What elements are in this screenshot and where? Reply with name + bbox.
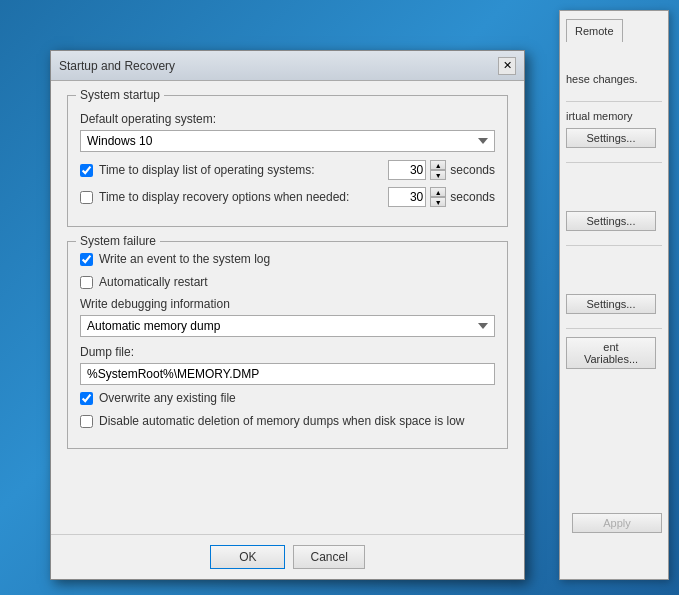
- dump-file-label: Dump file:: [80, 345, 495, 359]
- dialog-title: Startup and Recovery: [59, 59, 175, 73]
- recovery-options-row: Time to display recovery options when ne…: [80, 187, 495, 207]
- time-display-spin-buttons: ▲ ▼: [430, 160, 446, 180]
- system-failure-label: System failure: [76, 234, 160, 248]
- note-text: hese changes.: [566, 72, 662, 87]
- time-display-up-button[interactable]: ▲: [430, 160, 446, 170]
- time-display-label: Time to display list of operating system…: [99, 163, 315, 177]
- system-failure-group: System failure Write an event to the sys…: [67, 241, 508, 449]
- auto-restart-label: Automatically restart: [99, 275, 208, 291]
- time-display-seconds: seconds: [450, 163, 495, 177]
- write-debugging-label: Write debugging information: [80, 297, 495, 311]
- recovery-seconds: seconds: [450, 190, 495, 204]
- write-event-checkbox[interactable]: [80, 253, 93, 266]
- overwrite-row: Overwrite any existing file: [80, 391, 495, 407]
- disable-auto-delete-checkbox[interactable]: [80, 415, 93, 428]
- dump-file-input[interactable]: [80, 363, 495, 385]
- time-display-input[interactable]: [388, 160, 426, 180]
- default-os-label: Default operating system:: [80, 112, 495, 126]
- dialog-close-button[interactable]: ✕: [498, 57, 516, 75]
- system-properties-background: Remote hese changes. irtual memory Setti…: [559, 10, 669, 580]
- env-variables-button[interactable]: ent Variables...: [566, 337, 656, 369]
- recovery-options-label: Time to display recovery options when ne…: [99, 190, 349, 204]
- default-os-dropdown[interactable]: Windows 10: [80, 130, 495, 152]
- dialog-titlebar: Startup and Recovery ✕: [51, 51, 524, 81]
- recovery-spin-buttons: ▲ ▼: [430, 187, 446, 207]
- settings-button-1[interactable]: Settings...: [566, 128, 656, 148]
- time-display-down-button[interactable]: ▼: [430, 170, 446, 180]
- startup-and-recovery-dialog: Startup and Recovery ✕ System startup De…: [50, 50, 525, 580]
- ok-button[interactable]: OK: [210, 545, 285, 569]
- time-display-spinbox: ▲ ▼ seconds: [388, 160, 495, 180]
- system-startup-group: System startup Default operating system:…: [67, 95, 508, 227]
- write-event-row: Write an event to the system log: [80, 252, 495, 268]
- settings-button-3[interactable]: Settings...: [566, 294, 656, 314]
- recovery-up-button[interactable]: ▲: [430, 187, 446, 197]
- time-display-row: Time to display list of operating system…: [80, 160, 495, 180]
- remote-tab[interactable]: Remote: [566, 19, 623, 42]
- overwrite-label: Overwrite any existing file: [99, 391, 236, 407]
- auto-restart-checkbox[interactable]: [80, 276, 93, 289]
- overwrite-checkbox[interactable]: [80, 392, 93, 405]
- recovery-options-checkbox[interactable]: [80, 191, 93, 204]
- debugging-dropdown[interactable]: Automatic memory dump: [80, 315, 495, 337]
- disable-auto-delete-row: Disable automatic deletion of memory dum…: [80, 414, 495, 430]
- auto-restart-row: Automatically restart: [80, 275, 495, 291]
- recovery-down-button[interactable]: ▼: [430, 197, 446, 207]
- recovery-spinbox: ▲ ▼ seconds: [388, 187, 495, 207]
- disable-auto-delete-label: Disable automatic deletion of memory dum…: [99, 414, 465, 430]
- virtual-memory-label: irtual memory: [566, 110, 662, 122]
- dialog-body: System startup Default operating system:…: [51, 81, 524, 477]
- recovery-options-input[interactable]: [388, 187, 426, 207]
- system-startup-label: System startup: [76, 88, 164, 102]
- write-event-label: Write an event to the system log: [99, 252, 270, 268]
- apply-button[interactable]: Apply: [572, 513, 662, 533]
- time-display-checkbox[interactable]: [80, 164, 93, 177]
- default-os-row: Windows 10: [80, 130, 495, 152]
- settings-button-2[interactable]: Settings...: [566, 211, 656, 231]
- cancel-button[interactable]: Cancel: [293, 545, 364, 569]
- debugging-dropdown-row: Automatic memory dump: [80, 315, 495, 337]
- dialog-bottom-buttons: OK Cancel: [51, 534, 524, 579]
